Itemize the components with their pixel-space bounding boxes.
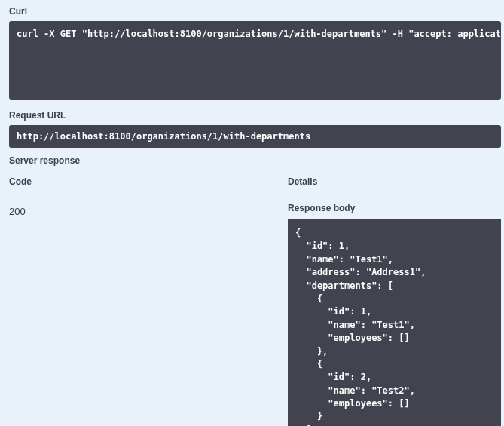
curl-command-box[interactable]: curl -X GET "http://localhost:8100/organ… bbox=[9, 21, 501, 100]
details-cell: Response body { "id": 1, "name": "Test1"… bbox=[288, 201, 501, 426]
swagger-response-panel: Curl curl -X GET "http://localhost:8100/… bbox=[0, 0, 504, 426]
curl-label: Curl bbox=[9, 6, 501, 17]
response-body-box[interactable]: { "id": 1, "name": "Test1", "address": "… bbox=[288, 219, 501, 426]
response-row: 200 Response body { "id": 1, "name": "Te… bbox=[9, 201, 501, 426]
details-column-header: Details bbox=[288, 176, 501, 187]
request-url-label: Request URL bbox=[9, 110, 501, 121]
request-url-box[interactable]: http://localhost:8100/organizations/1/wi… bbox=[9, 125, 501, 148]
code-column-header: Code bbox=[9, 176, 288, 187]
response-table-header: Code Details bbox=[9, 170, 501, 192]
status-code-cell: 200 bbox=[9, 201, 288, 426]
status-code: 200 bbox=[9, 206, 288, 217]
response-body-label: Response body bbox=[288, 203, 501, 213]
server-response-label: Server response bbox=[9, 155, 501, 166]
